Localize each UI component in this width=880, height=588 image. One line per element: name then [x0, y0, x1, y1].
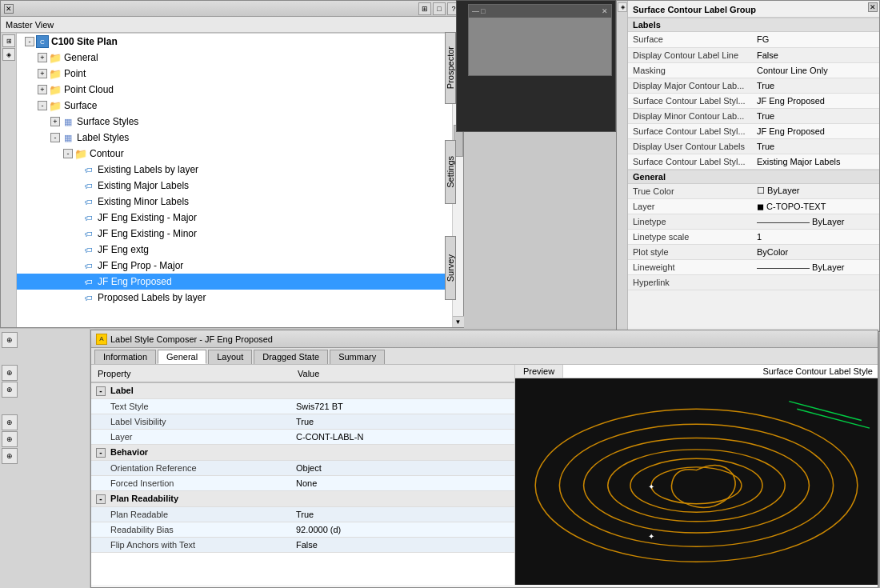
prop-row-masking: Masking Contour Line Only — [628, 62, 879, 78]
prop-orientation: Orientation Reference Object — [91, 460, 514, 475]
toolbar-btn-1[interactable]: ⊞ — [2, 34, 15, 47]
label-icon-6: 🏷 — [82, 243, 95, 256]
tree-label-proposed-labels: Proposed Labels by layer — [98, 292, 206, 303]
tree-label-surface: Surface — [64, 100, 97, 111]
preview-canvas: ✦ ✦ — [515, 378, 878, 585]
prop-row-display-contour-label: Display Contour Label Line False — [628, 47, 879, 62]
survey-label: Survey — [446, 254, 455, 282]
right-toolbar-btn1[interactable]: ◈ — [618, 2, 627, 12]
tree-item-proposed-labels[interactable]: 🏷 Proposed Labels by layer — [17, 290, 452, 306]
prop-flip-anchors: Flip Anchors with Text False — [91, 537, 514, 552]
tree-label-jf-existing-minor: JF Eng Existing - Minor — [98, 228, 197, 239]
expand-general-icon[interactable]: + — [38, 53, 47, 62]
toolbar-icon-1[interactable]: ⊞ — [418, 2, 431, 15]
prop-readability-bias: Readability Bias 92.0000 (d) — [91, 522, 514, 537]
settings-tab[interactable]: Settings — [445, 140, 456, 204]
tree-item-surface[interactable]: - 📁 Surface — [17, 98, 452, 114]
tree-item-existing-major[interactable]: 🏷 Existing Major Labels — [17, 178, 452, 194]
tree-item-labelstyles[interactable]: - ▦ Label Styles — [17, 130, 452, 146]
tree-item-pointcloud[interactable]: + 📁 Point Cloud — [17, 82, 452, 98]
toolbar-icon-2[interactable]: □ — [433, 2, 446, 15]
left-btn-6[interactable]: ⊕ — [2, 448, 18, 464]
tree-label-pointcloud: Point Cloud — [64, 84, 114, 95]
tree-item-jf-existing-major[interactable]: 🏷 JF Eng Existing - Major — [17, 210, 452, 226]
left-btn-2[interactable]: ⊕ — [2, 365, 18, 381]
left-btn-4[interactable]: ⊕ — [2, 414, 18, 430]
tree-item-jf-existing-minor[interactable]: 🏷 JF Eng Existing - Minor — [17, 226, 452, 242]
prop-row-lineweight: Lineweight —————— ByLayer — [628, 260, 879, 275]
svg-text:✦: ✦ — [648, 482, 654, 491]
tree-label-jf-existing-major: JF Eng Existing - Major — [98, 212, 197, 223]
label-icon-2: 🏷 — [82, 179, 95, 192]
tree-item-point[interactable]: + 📁 Point — [17, 66, 452, 82]
close-icon[interactable]: ✕ — [4, 4, 14, 14]
preview-area: Preview Surface Contour Label Style — [515, 365, 878, 585]
tree-item-existing-minor[interactable]: 🏷 Existing Minor Labels — [17, 194, 452, 210]
toolbar-btn-2[interactable]: ◈ — [2, 48, 15, 61]
left-btn-1[interactable]: ⊕ — [2, 332, 18, 348]
folder-icon-general: 📁 — [49, 51, 62, 64]
prop-forced-insertion: Forced Insertion None — [91, 475, 514, 490]
label-icon-selected: 🏷 — [82, 275, 95, 288]
tree-label-contour: Contour — [90, 148, 124, 159]
mini-win-max[interactable]: □ — [481, 7, 485, 15]
tree-label-c100: C100 Site Plan — [51, 36, 118, 47]
prop-plan-readable: Plan Readable True — [91, 506, 514, 522]
tree-item-jf-prop-major[interactable]: 🏷 JF Eng Prop - Major — [17, 258, 452, 274]
expand-surface-icon[interactable]: - — [38, 101, 47, 110]
preview-tab[interactable]: Preview — [515, 365, 563, 378]
folder-icon-pointcloud: 📁 — [49, 83, 62, 96]
tab-layout[interactable]: Layout — [208, 350, 252, 364]
scroll-down-btn[interactable]: ▼ — [453, 316, 464, 327]
section-label-header: - Label — [91, 382, 514, 398]
label-icon-8: 🏷 — [82, 291, 95, 304]
composer-icon: A — [96, 334, 107, 345]
bottom-properties-area: Property Value - Label — [91, 365, 515, 585]
bottom-panel-titlebar: A Label Style Composer - JF Eng Proposed — [91, 330, 878, 348]
surface-contour-tab[interactable]: Surface Contour Label Style — [563, 365, 878, 378]
tree-item-general[interactable]: + 📁 General — [17, 50, 452, 66]
expand-contour-icon[interactable]: - — [63, 149, 73, 158]
prop-row-surface-contour-3: Surface Contour Label Styl... Existing M… — [628, 154, 879, 169]
tree-label-general: General — [64, 52, 98, 63]
prop-row-surface-contour-1: Surface Contour Label Styl... JF Eng Pro… — [628, 93, 879, 108]
prop-label-visibility: Label Visibility True — [91, 414, 514, 429]
tree-label-jf-extg: JF Eng extg — [98, 244, 149, 255]
collapse-plan-icon[interactable]: - — [96, 494, 106, 504]
folder-icon-point: 📁 — [49, 67, 62, 80]
expand-pointcloud-icon[interactable]: + — [38, 85, 47, 94]
expand-labelstyles-icon[interactable]: - — [50, 133, 60, 142]
tree-item-jf-proposed[interactable]: 🏷 JF Eng Proposed — [17, 274, 452, 290]
tree-label-jf-proposed: JF Eng Proposed — [98, 276, 172, 287]
col-value: Value — [291, 365, 514, 382]
prop-row-surface-contour-2: Surface Contour Label Styl... JF Eng Pro… — [628, 123, 879, 138]
tree-item-contour[interactable]: - 📁 Contour — [17, 146, 452, 162]
tree-item-surface-styles[interactable]: + ▦ Surface Styles — [17, 114, 452, 130]
expand-surfacestyles-icon[interactable]: + — [50, 117, 60, 126]
general-section-header: General — [628, 170, 879, 184]
label-icon-4: 🏷 — [82, 211, 95, 224]
mini-win-x[interactable]: ✕ — [602, 7, 608, 15]
tab-summary[interactable]: Summary — [330, 350, 385, 364]
tree-item-c100[interactable]: - C C100 Site Plan — [17, 34, 452, 50]
tree-label-existing-labels: Existing Labels by layer — [98, 164, 198, 175]
left-btn-5[interactable]: ⊕ — [2, 431, 18, 447]
left-btn-3[interactable]: ⊕ — [2, 382, 18, 398]
expand-icon[interactable]: - — [25, 37, 34, 46]
tree-item-jf-extg[interactable]: 🏷 JF Eng extg — [17, 242, 452, 258]
master-view-label: Master View — [6, 20, 54, 30]
right-panel-close[interactable]: ✕ — [868, 2, 878, 12]
expand-point-icon[interactable]: + — [38, 69, 47, 78]
tab-general[interactable]: General — [158, 350, 206, 364]
label-icon-7: 🏷 — [82, 259, 95, 272]
label-icon-1: 🏷 — [82, 163, 95, 176]
prospector-tab[interactable]: Prospector — [445, 32, 456, 104]
tab-dragged-state[interactable]: Dragged State — [254, 350, 328, 364]
tab-information[interactable]: Information — [94, 350, 156, 364]
tree-item-existing-labels[interactable]: 🏷 Existing Labels by layer — [17, 162, 452, 178]
folder-icon-surfacestyles: ▦ — [62, 115, 74, 128]
survey-tab[interactable]: Survey — [445, 236, 456, 300]
collapse-behavior-icon[interactable]: - — [96, 448, 106, 458]
collapse-icon[interactable]: - — [96, 386, 106, 396]
mini-win-close[interactable]: — — [472, 7, 479, 15]
